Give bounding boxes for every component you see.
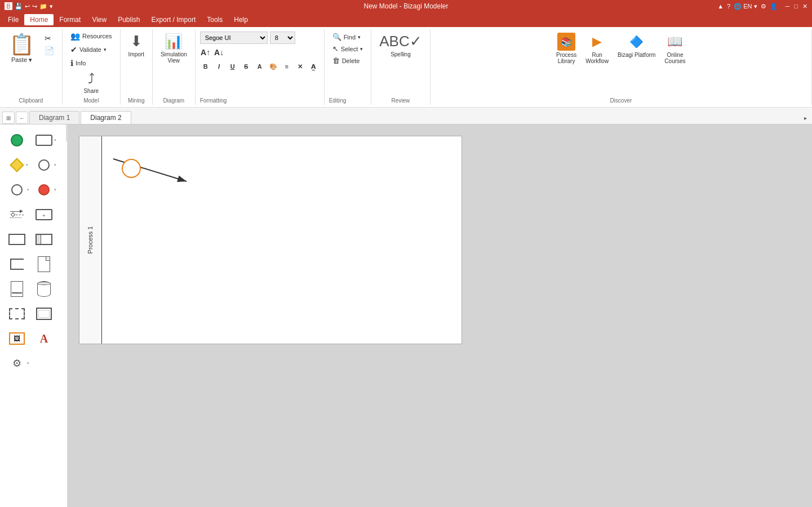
settings-icon[interactable]: ⚙ xyxy=(761,3,766,10)
language-selector[interactable]: 🌐 EN ▾ xyxy=(734,3,757,10)
pool-with-lanes-shape[interactable] xyxy=(32,229,56,250)
menu-home[interactable]: Home xyxy=(24,14,54,25)
menu-help[interactable]: Help xyxy=(228,14,254,25)
start-event-icon xyxy=(11,134,23,146)
paste-button[interactable]: 📋 Paste ▾ xyxy=(5,30,39,66)
font-size-select[interactable]: 8 xyxy=(270,32,295,44)
font-color-button[interactable]: A xyxy=(254,61,265,72)
shape-row-9: 🖼 A xyxy=(2,327,65,350)
text-color2-button[interactable]: A̲ xyxy=(308,61,320,72)
close-button[interactable]: ✕ xyxy=(802,3,807,10)
select-button[interactable]: ↖ Select ▾ xyxy=(329,43,367,54)
page-shape[interactable] xyxy=(32,254,56,274)
italic-button[interactable]: I xyxy=(214,61,225,72)
share-button[interactable]: ⤴ Share xyxy=(80,69,103,96)
align-button[interactable]: ≡ xyxy=(281,61,292,72)
font-decrease-button[interactable]: A↓ xyxy=(214,47,225,58)
tab-bar: ⊞ ← Diagram 1 Diagram 2 ▸ xyxy=(0,108,812,124)
intermediate-event-shape[interactable]: ▾ xyxy=(32,155,56,175)
font-family-select[interactable]: Segoe UI xyxy=(200,32,268,44)
canvas-shape-item[interactable] xyxy=(32,304,56,324)
font-increase-button[interactable]: A↑ xyxy=(200,47,211,58)
simulation-view-button[interactable]: 📊 SimulationView xyxy=(157,30,190,66)
import-button[interactable]: ⬇ Import xyxy=(125,30,148,60)
process-library-icon: 📚 xyxy=(557,33,575,51)
shape-row-10: ⚙ ▾ xyxy=(2,352,65,375)
tab-diagram2[interactable]: Diagram 2 xyxy=(81,111,131,124)
fill-color-button[interactable]: 🎨 xyxy=(268,61,279,72)
shape-row-1: ▾ xyxy=(2,129,65,152)
subprocess-shape[interactable]: + xyxy=(32,204,56,225)
user-icon[interactable]: 👤 xyxy=(770,3,778,10)
main-content: ◂ ▾ ▾ ▾ xyxy=(0,124,812,507)
end-event-bg-icon xyxy=(11,184,23,195)
drag-arrow xyxy=(96,148,209,193)
clear-format-button[interactable]: ✕ xyxy=(295,61,306,72)
back-button[interactable]: ← xyxy=(16,112,28,124)
undo-icon[interactable]: ↩ xyxy=(25,3,30,10)
menu-publish[interactable]: Publish xyxy=(112,14,145,25)
process-library-button[interactable]: 📚 ProcessLibrary xyxy=(553,30,580,66)
text-shape[interactable]: A xyxy=(32,328,56,349)
online-courses-button[interactable]: 📖 OnlineCourses xyxy=(661,30,689,66)
ribbon-group-formatting: Segoe UI 8 A↑ A↓ B I U S A 🎨 ≡ ✕ A̲ xyxy=(196,29,325,105)
group-shape[interactable] xyxy=(5,304,29,324)
spelling-button[interactable]: ABC✓ Spelling xyxy=(376,30,425,60)
menu-export-import[interactable]: Export / Import xyxy=(146,14,202,25)
image-shape[interactable]: 🖼 xyxy=(5,328,29,349)
gateway-shape[interactable]: ▾ xyxy=(5,155,29,175)
help-icon[interactable]: ? xyxy=(727,3,730,10)
find-button[interactable]: 🔍 Find ▾ xyxy=(329,32,367,42)
diagram-label: Diagram xyxy=(163,97,184,104)
minimize-button[interactable]: ─ xyxy=(786,3,790,10)
diagram-canvas[interactable]: Process 1 xyxy=(79,136,462,344)
tab-diagram1[interactable]: Diagram 1 xyxy=(29,111,79,124)
discover-items: 📚 ProcessLibrary ▶ RunWorkflow 🔷 Bizagi … xyxy=(553,30,689,96)
copy-button[interactable]: 📄 xyxy=(41,45,57,56)
save-icon[interactable]: 💾 xyxy=(15,3,23,10)
shape-row-3: ▾ ▾ xyxy=(2,179,65,201)
pool-lanes-icon xyxy=(36,234,52,245)
task-shape[interactable]: ▾ xyxy=(32,130,56,150)
mining-items: ⬇ Import xyxy=(125,30,148,96)
tab-scroll-right[interactable]: ▸ xyxy=(801,112,810,124)
underline-button[interactable]: U xyxy=(227,61,238,72)
strikethrough-button[interactable]: S xyxy=(241,61,252,72)
customize-icon[interactable]: ▾ xyxy=(50,3,53,10)
bizagi-platform-button[interactable]: 🔷 Bizagi Platform xyxy=(614,30,659,60)
start-event-shape[interactable] xyxy=(5,130,29,150)
custom-shape[interactable]: ⚙ ▾ xyxy=(5,353,29,373)
menu-tools[interactable]: Tools xyxy=(201,14,228,25)
collapsed-pool-icon xyxy=(8,234,25,245)
end-event-shape[interactable]: ▾ xyxy=(5,180,29,200)
info-button[interactable]: ℹ Info xyxy=(67,57,89,69)
collapse-ribbon-icon[interactable]: ▲ xyxy=(717,3,724,10)
menu-view[interactable]: View xyxy=(86,14,112,25)
menu-format[interactable]: Format xyxy=(54,14,86,25)
collapsed-pool-shape[interactable] xyxy=(5,229,29,250)
model-items: 👥 Resources ✔ Validate ▾ ℹ Info xyxy=(67,30,116,69)
cut-button[interactable]: ✂ xyxy=(41,33,57,44)
validate-button[interactable]: ✔ Validate ▾ xyxy=(67,44,110,55)
menu-file[interactable]: File xyxy=(2,14,24,25)
delete-button[interactable]: 🗑 Delete xyxy=(329,55,367,66)
shape-row-4: + xyxy=(2,203,65,226)
canvas-area[interactable]: Process 1 xyxy=(68,124,812,507)
gateway-icon xyxy=(10,158,24,172)
resources-button[interactable]: 👥 Resources xyxy=(67,30,116,42)
open-icon[interactable]: 📁 xyxy=(39,3,47,10)
datastore-shape[interactable] xyxy=(32,279,56,299)
start-event-canvas[interactable] xyxy=(122,159,141,178)
title-bar: 🅱 💾 ↩ ↪ 📁 ▾ New Model - Bizagi Modeler ▲… xyxy=(0,0,812,12)
run-workflow-button[interactable]: ▶ RunWorkflow xyxy=(582,30,612,66)
bold-button[interactable]: B xyxy=(200,61,211,72)
mining-label: Mining xyxy=(128,97,144,104)
ribbon-group-diagram: 📊 SimulationView Diagram xyxy=(153,29,196,105)
redo-icon[interactable]: ↪ xyxy=(32,3,37,10)
sequence-flow-shape[interactable] xyxy=(5,204,29,225)
sidebar-toggle-button[interactable]: ⊞ xyxy=(2,112,15,124)
annotation-shape[interactable] xyxy=(5,254,29,274)
document-shape[interactable] xyxy=(5,279,29,299)
maximize-button[interactable]: □ xyxy=(794,3,798,10)
end-event-red-shape[interactable]: ▾ xyxy=(32,180,56,200)
